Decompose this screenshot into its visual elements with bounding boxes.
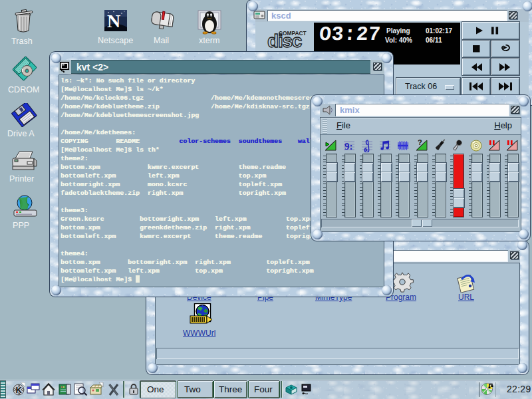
svg-text:N: N <box>107 11 120 31</box>
svg-text:disc: disc <box>267 31 302 51</box>
svg-text:K: K <box>16 385 23 395</box>
svg-text:9:: 9: <box>344 141 353 152</box>
